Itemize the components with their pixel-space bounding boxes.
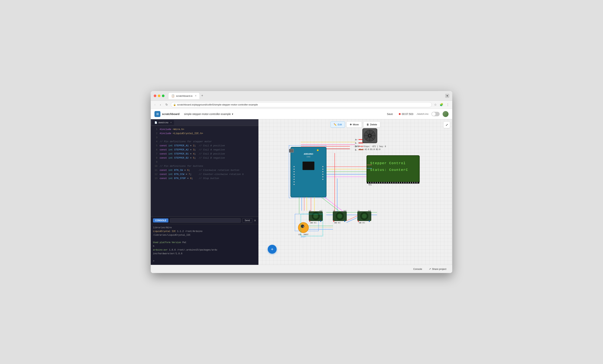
- timer-dot: [399, 113, 401, 115]
- nav-actions: ☆ 🧩 ⋮: [433, 102, 450, 107]
- console-line: LiquidCrystal I2C 1.1.2 /root/Arduino: [153, 230, 256, 233]
- svg-point-33: [293, 166, 294, 167]
- minimize-button[interactable]: [158, 94, 160, 97]
- code-line-13: 13 const int BTN_STOP = 8; // Stop butto…: [151, 176, 258, 180]
- code-line-5: 5 const int STEPPER_A1 = 2; // Coil A po…: [151, 144, 258, 148]
- svg-rect-70: [375, 182, 376, 184]
- maximize-button[interactable]: [162, 94, 164, 97]
- traffic-lights: [154, 94, 164, 97]
- file-tab-close[interactable]: ✕: [170, 121, 172, 124]
- svg-text:ARDUINO: ARDUINO: [304, 153, 313, 155]
- nav-bar: ‹ › ↻ 🔒 scratchboard.io/playground/colli…: [151, 101, 452, 109]
- close-button[interactable]: [154, 94, 156, 97]
- svg-point-36: [293, 174, 294, 175]
- tabs-dropdown-button[interactable]: ▾: [445, 94, 449, 98]
- svg-rect-117: [358, 221, 359, 222]
- active-tab[interactable]: 📋 scratchboard.io ✕: [168, 93, 200, 99]
- svg-text:in: in: [333, 210, 335, 211]
- console-button[interactable]: CONSOLE: [153, 218, 168, 223]
- svg-text:GND VCC: GND VCC: [334, 222, 341, 224]
- title-bar: 📋 scratchboard.io ✕ + ▾: [151, 91, 452, 101]
- file-tab-sketch[interactable]: 📄 sketch.ino ✕: [152, 120, 174, 125]
- svg-point-41: [322, 166, 323, 167]
- back-button[interactable]: ‹: [153, 102, 157, 107]
- console-output: libraries/Wire LiquidCrystal I2C 1.1.2 /…: [151, 224, 258, 265]
- svg-point-95: [313, 214, 318, 219]
- tab-bar: 📋 scratchboard.io ✕ +: [168, 92, 205, 99]
- project-name: simple-stepper-motor-controller-example: [184, 113, 231, 116]
- svg-point-31: [317, 149, 319, 151]
- fullscreen-button[interactable]: ⤢: [443, 121, 450, 128]
- new-tab-button[interactable]: +: [200, 92, 205, 99]
- svg-text:GND VCC: GND VCC: [359, 222, 365, 224]
- add-component-button[interactable]: +: [268, 245, 277, 254]
- svg-rect-75: [386, 182, 387, 184]
- edit-label: Edit: [338, 123, 342, 126]
- edit-icon: ✏️: [334, 123, 336, 126]
- svg-rect-86: [410, 182, 411, 184]
- circuit-toolbar: ✏️ Edit ✥ Move 🗑 Delete: [330, 121, 380, 128]
- logo-text: scratchboard: [162, 112, 180, 116]
- console-line: libraries/Wire: [153, 226, 256, 230]
- svg-rect-76: [388, 182, 389, 184]
- circuit-panel[interactable]: ✏️ Edit ✥ Move 🗑 Delete ⤢: [258, 119, 452, 265]
- console-close-button[interactable]: ✕: [254, 219, 256, 222]
- console-line: arduino:avr 1.8.6 /root/.arduino15/packa…: [153, 248, 256, 252]
- console-line: [153, 256, 256, 259]
- svg-rect-32: [303, 162, 314, 170]
- svg-text:UNO: UNO: [306, 156, 310, 158]
- project-selector[interactable]: simple-stepper-motor-controller-example …: [183, 112, 235, 116]
- svg-point-34: [293, 169, 294, 170]
- svg-point-46: [322, 179, 323, 180]
- svg-point-35: [293, 171, 294, 172]
- svg-text:GND VCC: GND VCC: [310, 222, 317, 224]
- share-project-button[interactable]: ↗ Share project: [427, 267, 449, 271]
- console-prompt: >: [153, 259, 256, 263]
- delete-tool-button[interactable]: 🗑 Delete: [363, 121, 380, 128]
- code-line-1: 1 #include <Wire.h>: [151, 127, 258, 131]
- code-line-7: 7 const int STEPPER_B1 = 4; // Coil B po…: [151, 152, 258, 156]
- timer-display: 00:07.503: [399, 113, 413, 116]
- code-editor[interactable]: 1 #include <Wire.h> 2 #include <LiquidCr…: [151, 126, 258, 217]
- tab-favicon: 📋: [171, 94, 174, 97]
- console-line: ino/hardware/avr/1.8.6: [153, 252, 256, 256]
- user-avatar[interactable]: [443, 111, 449, 117]
- sketch-path: ./sketch.ino: [416, 113, 429, 115]
- extensions-button[interactable]: 🧩: [439, 102, 444, 107]
- main-content: 📄 sketch.ino ✕ 1 #include <Wire.h> 2 #in…: [151, 119, 452, 265]
- code-line-10: 10 // Pin definitions for buttons: [151, 164, 258, 168]
- tab-close-button[interactable]: ✕: [195, 94, 197, 97]
- svg-text:out: out: [368, 210, 371, 211]
- address-bar[interactable]: 🔒 scratchboard.io/playground/collin5/sim…: [171, 102, 432, 107]
- save-button[interactable]: Save: [384, 111, 396, 117]
- project-dropdown-icon: ▾: [232, 113, 233, 116]
- file-tabs: 📄 sketch.ino ✕: [151, 119, 258, 126]
- tab-title: scratchboard.io: [176, 94, 193, 97]
- console-input[interactable]: [170, 218, 241, 223]
- svg-rect-89: [417, 182, 417, 184]
- svg-rect-83: [403, 182, 404, 184]
- forward-button[interactable]: ›: [158, 102, 162, 107]
- svg-rect-84: [406, 182, 406, 184]
- code-line-8: 8 const int STEPPER_B2 = 5; // Coil B ne…: [151, 156, 258, 160]
- svg-rect-108: [333, 221, 334, 222]
- svg-point-37: [293, 176, 294, 177]
- move-label: Move: [353, 123, 359, 126]
- svg-rect-100: [320, 221, 321, 222]
- circuit-canvas[interactable]: SDA SCL A+ A- B+ B- ARDUINO UNO: [258, 119, 452, 265]
- svg-point-40: [293, 184, 294, 185]
- console-bottom-button[interactable]: Console: [411, 267, 424, 271]
- svg-line-132: [321, 197, 340, 211]
- move-tool-button[interactable]: ✥ Move: [347, 121, 362, 128]
- console-send-button[interactable]: Send: [242, 218, 252, 223]
- lock-icon: 🔒: [173, 104, 176, 106]
- svg-point-38: [293, 179, 294, 180]
- svg-rect-67: [368, 182, 369, 184]
- code-line-11: 11 const int BTN_CW = 6; // Clockwise ro…: [151, 168, 258, 172]
- edit-tool-button[interactable]: ✏️ Edit: [330, 121, 345, 128]
- menu-button[interactable]: ⋮: [446, 102, 450, 107]
- toggle-switch[interactable]: [431, 112, 440, 116]
- svg-rect-88: [414, 182, 415, 184]
- bookmark-button[interactable]: ☆: [433, 102, 437, 107]
- refresh-button[interactable]: ↻: [164, 102, 169, 107]
